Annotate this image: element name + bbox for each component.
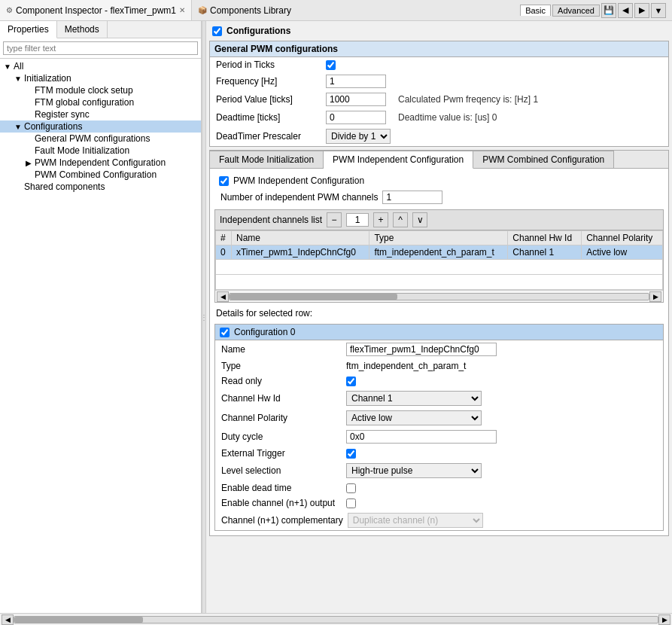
details-input-duty_cycle[interactable] [346,430,497,444]
tree-item-ftm_global[interactable]: FTM global configuration [0,96,201,108]
tree-item-shared[interactable]: Shared components [0,181,201,193]
close-inspector-icon[interactable]: ✕ [179,6,185,14]
pwm-ind-checkbox-row: PWM Independent Configuration [214,173,664,188]
details-input-name[interactable] [346,343,497,356]
details-select-level_selection[interactable]: High-true pulseLow-true pulse [346,463,482,478]
col-type: Type [369,231,508,245]
filter-box [0,38,201,59]
details-checkbox-external_trigger[interactable] [346,449,356,459]
titlebar-tab-library[interactable]: 📦 Components Library [192,0,297,20]
tree-item-fault_mode[interactable]: Fault Mode Initialization [0,145,201,157]
h-scroll-thumb [230,294,397,300]
tree-item-ftm_module[interactable]: FTM module clock setup [0,84,201,96]
deadtimer-select[interactable]: Divide by 1 Divide by 2 Divide by 4 Divi… [326,129,391,144]
details-checkbox-read_only[interactable] [346,377,356,386]
deadtime-input[interactable] [326,111,386,124]
pwm-ind-checkbox[interactable] [219,176,229,186]
channel-count-input[interactable] [346,213,369,227]
right-panel: Configurations General PWM configuration… [206,21,672,613]
tree-item-gen_pwm[interactable]: General PWM configurations [0,133,201,145]
advanced-button[interactable]: Advanced [552,5,600,17]
tree-label-gen_pwm: General PWM configurations [33,133,201,144]
details-row-name: Name [215,340,663,358]
tree-arrow-init: ▼ [14,75,23,83]
col-name: Name [231,231,369,245]
details-label-name: Name [221,344,342,355]
tree-label-fault_mode: Fault Mode Initialization [33,145,201,156]
cell-polarity: Active low [582,245,663,260]
channels-table-wrapper: # Name Type Channel Hw Id Channel Polari… [215,230,663,290]
details-label-external_trigger: External Trigger [221,448,342,459]
col-hwid: Channel Hw Id [508,231,582,245]
details-label-duty_cycle: Duty cycle [221,431,342,442]
tree-label-all: All [12,61,201,72]
details-row-enable_channel_(n+1)_output: Enable channel (n+1) output [215,495,663,511]
table-header-row: # Name Type Channel Hw Id Channel Polari… [216,231,663,245]
deadtime-row: Deadtime [ticks] Deadtime value is: [us]… [210,108,668,127]
details-select-channel_(n+1)_complementary[interactable]: Duplicate channel (n) [348,513,483,528]
tab-pwm-combined[interactable]: PWM Combined Configuration [473,151,614,168]
left-tabs: Properties Methods [0,21,201,38]
forward-icon[interactable]: ▶ [634,3,649,18]
move-up-button[interactable]: ^ [393,212,408,227]
details-checkbox-enable_channel_(n+1)_output[interactable] [346,498,356,508]
freq-input[interactable] [326,75,386,88]
num-channels-input[interactable] [382,191,442,204]
period-ticks-checkbox[interactable] [326,60,336,70]
titlebar-tab-inspector[interactable]: ⚙ Component Inspector - flexTimer_pwm1 ✕ [0,0,192,20]
save-icon[interactable]: 💾 [601,3,616,18]
configurations-checkbox[interactable] [212,26,222,36]
details-label-level_selection: Level selection [221,465,342,476]
bottom-scroll-right[interactable]: ▶ [658,614,670,625]
main-content: Properties Methods ▼ All ▼ Initializatio… [0,21,672,613]
scroll-left-button[interactable]: ◀ [217,291,229,302]
titlebar-tab-library-label: Components Library [210,5,291,16]
tab-properties[interactable]: Properties [0,21,57,38]
tree-item-all[interactable]: ▼ All [0,60,201,72]
details-value-type: ftm_independent_ch_param_t [346,361,466,371]
bottom-scroll-left[interactable]: ◀ [2,614,14,625]
bottom-h-scrollbar[interactable] [14,616,658,623]
add-channel-button[interactable]: + [373,212,388,227]
tab-pwm-independent[interactable]: PWM Independent Configuration [324,151,473,169]
tree-item-reg_sync[interactable]: Register sync [0,108,201,120]
tree: ▼ All ▼ Initialization FTM module clock … [0,59,201,613]
configurations-row: Configurations [209,24,669,38]
scroll-right-button[interactable]: ▶ [649,291,661,302]
tree-item-configs[interactable]: ▼ Configurations [0,120,201,133]
h-scrollbar-row: ◀ ▶ [215,290,663,302]
general-pwm-header: General PWM configurations [210,41,668,57]
details-config-checkbox[interactable] [220,328,230,337]
remove-channel-button[interactable]: − [327,212,342,227]
tree-label-pwm_comb: PWM Combined Configuration [33,169,201,180]
filter-input[interactable] [3,41,198,55]
num-channels-label: Number of independent PWM channels [220,192,378,203]
table-row[interactable]: 0 xTimer_pwm1_IndepChnCfg0 ftm_independe… [216,245,663,260]
details-select-channel_polarity[interactable]: Active lowActive high [346,410,482,425]
tree-arrow-all: ▼ [3,62,12,71]
tree-item-pwm_comb[interactable]: PWM Combined Configuration [0,169,201,181]
details-row-enable_dead_time: Enable dead time [215,480,663,495]
details-row-channel_hw_id: Channel Hw IdChannel 1Channel 2Channel 3… [215,389,663,408]
tab-methods[interactable]: Methods [57,21,108,38]
deadtime-calc-text: Deadtime value is: [us] 0 [398,112,497,123]
col-polarity: Channel Polarity [582,231,663,245]
details-select-channel_hw_id[interactable]: Channel 1Channel 2Channel 3Channel 4 [346,391,482,406]
period-val-input[interactable] [326,93,386,106]
general-pwm-section: General PWM configurations Period in Tic… [209,41,669,147]
move-down-button[interactable]: ∨ [412,212,427,227]
details-rows-container: NameTypeftm_independent_ch_param_tRead o… [215,340,663,530]
details-checkbox-enable_dead_time[interactable] [346,483,356,493]
tree-item-pwm_ind[interactable]: ▶ PWM Independent Configuration [0,157,201,169]
h-scrollbar[interactable] [229,293,649,300]
details-row-channel_polarity: Channel PolarityActive lowActive high [215,408,663,428]
tree-item-init[interactable]: ▼ Initialization [0,72,201,84]
back-icon[interactable]: ◀ [618,3,633,18]
tab-fault-mode[interactable]: Fault Mode Initialization [210,151,324,168]
details-row-external_trigger: External Trigger [215,446,663,461]
period-val-label: Period Value [ticks] [216,94,321,105]
tree-arrow-pwm_ind: ▶ [24,159,33,167]
menu-icon[interactable]: ▼ [651,3,666,18]
basic-button[interactable]: Basic [520,5,551,16]
bottom-scroll-thumb [14,617,143,623]
